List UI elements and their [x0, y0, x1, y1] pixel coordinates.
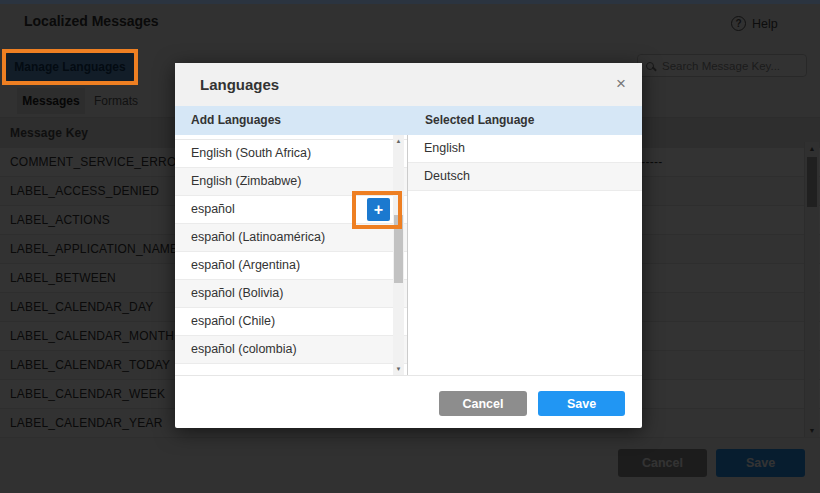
add-language-plus-button[interactable]: +	[367, 198, 390, 221]
selected-languages-list: English Deutsch	[408, 135, 642, 375]
scroll-up-icon[interactable]: ▲	[393, 135, 404, 147]
add-language-item[interactable]: español (Chile)	[175, 308, 407, 336]
add-language-item[interactable]: español (Latinoamérica)	[175, 224, 407, 252]
add-languages-header: Add Languages	[175, 106, 408, 135]
selected-language-item[interactable]: English	[408, 135, 642, 163]
selected-language-header: Selected Language	[408, 106, 534, 135]
modal-title: Languages	[175, 76, 279, 93]
top-app-bar	[0, 0, 820, 4]
close-icon[interactable]: ×	[616, 63, 626, 106]
modal-save-button[interactable]: Save	[538, 391, 625, 416]
add-language-item[interactable]: español (Argentina)	[175, 252, 407, 280]
modal-header: Languages ×	[175, 63, 642, 106]
add-language-item[interactable]: español (Bolivia)	[175, 280, 407, 308]
languages-modal: Languages × Add Languages Selected Langu…	[175, 63, 642, 428]
add-languages-list: English (South Africa) English (Zimbabwe…	[175, 135, 408, 375]
modal-cancel-button[interactable]: Cancel	[439, 391, 527, 416]
selected-language-item[interactable]: Deutsch	[408, 163, 642, 191]
add-language-item[interactable]: español (colombia)	[175, 336, 407, 364]
add-language-item[interactable]: English (Zimbabwe)	[175, 168, 407, 196]
add-language-item[interactable]: English (South Africa)	[175, 140, 407, 168]
modal-footer: Cancel Save	[175, 375, 642, 428]
scroll-down-icon[interactable]: ▼	[393, 363, 404, 375]
modal-list-headers: Add Languages Selected Language	[175, 106, 642, 135]
screen: Localized Messages ? Help Manage Languag…	[0, 0, 820, 493]
modal-body: English (South Africa) English (Zimbabwe…	[175, 135, 642, 375]
add-list-scrollbar-thumb[interactable]	[394, 215, 403, 283]
add-list-scrollbar[interactable]: ▲ ▼	[393, 135, 404, 375]
